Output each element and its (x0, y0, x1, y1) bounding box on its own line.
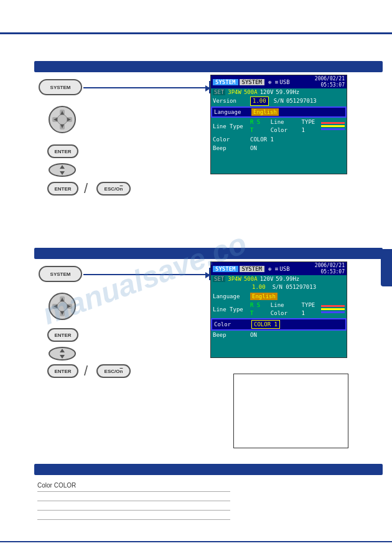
screen1-linetype-value: R S T (250, 118, 264, 134)
screen2-version-value: 1.00 (250, 283, 268, 291)
screen2-linetype-value: R S T (250, 301, 264, 317)
screen1-set-value: 3P4W (228, 89, 241, 95)
screen2-set-freq: 59.99Hz (276, 276, 299, 282)
screen1-usb-label: USB (279, 79, 289, 85)
nav-small-panel1[interactable] (49, 163, 76, 177)
screen1-tab-system: SYSTEM (213, 79, 238, 85)
screen1-set-label: SET (213, 89, 225, 95)
enter-button1-panel2[interactable]: ENTER (47, 328, 78, 342)
nav-cross-panel2[interactable] (49, 293, 76, 320)
screen2-linecolor-label: Line Color (271, 301, 299, 317)
screen-panel2: SYSTEM SYSTEM ⊕ ≡ USB 2006/02/2105:53:07… (210, 262, 347, 358)
screen1-set-row: SET 3P4W 500A 120V 59.99Hz (211, 88, 347, 96)
bottom-line3 (37, 501, 230, 511)
screen2-usb-label: USB (279, 266, 289, 272)
screen2-topbar: SYSTEM SYSTEM ⊕ ≡ USB 2006/02/2105:53:07 (211, 262, 347, 275)
screen2-tab-system2: SYSTEM (240, 266, 265, 272)
enter-button1-panel1[interactable]: ENTER (47, 144, 78, 158)
esc-label-panel2: ESC/On (105, 369, 123, 374)
screen1-beep-label: Beep (213, 144, 250, 153)
panel1-header (34, 61, 383, 72)
screen1-beep-value: ON (250, 144, 257, 153)
bottom-line5 (37, 520, 230, 529)
screen1-color-value: COLOR 1 (250, 136, 274, 144)
screen1-linecolor-label: Line Color (271, 118, 299, 134)
screen2-version-row: 1.00 S/N 051297013 (211, 283, 347, 292)
screen2-linetype-label: Line Type (213, 306, 250, 314)
screen2-color-label: Color (214, 321, 251, 329)
arrowhead-panel2 (205, 272, 210, 278)
screen2-language-label: Language (213, 293, 250, 301)
screen2-beep-row: Beep ON (211, 331, 347, 340)
screen1-tab-system2: SYSTEM (240, 79, 265, 85)
screen2-language-value: English (250, 293, 278, 301)
svg-point-5 (57, 115, 67, 125)
screen1-sn-value: 051297013 (286, 97, 317, 105)
slash-divider-panel2: / (84, 363, 88, 379)
screen1-topbar: SYSTEM SYSTEM ⊕ ≡ USB 2006/02/2105:53:07 (211, 75, 347, 88)
screen1-linetype-row: Line Type R S T Line Color TYPE 1 (211, 118, 347, 134)
enter-button2-panel2[interactable]: ENTER (47, 364, 78, 378)
screen-panel1: SYSTEM SYSTEM ⊕ ≡ USB 2006/02/2105:53:07… (210, 75, 347, 174)
screen1-color-row: Color COLOR 1 (211, 135, 347, 144)
screen2-color-row: Color COLOR 1 (211, 318, 347, 331)
screen1-version-row: Version 1.00 S/N 051297013 (211, 96, 347, 106)
screen2-datetime: 2006/02/2105:53:07 (315, 263, 345, 275)
esc-label-panel1: ESC/On (105, 186, 123, 192)
screen2-beep-label: Beep (213, 331, 250, 339)
arrow-line-panel2 (83, 274, 210, 275)
screen1-color-stripes (321, 122, 345, 130)
esc-button-panel1[interactable]: ESC/On (96, 182, 131, 196)
bottom-line1: Color COLOR (37, 479, 230, 492)
screen1-version-value: 1.00 (250, 97, 269, 106)
screen2-set-row: SET 3P4W 500A 120V 59.99Hz (211, 275, 347, 283)
screen1-linetype-label: Line Type (213, 123, 250, 131)
screen1-set-amps: 500A (244, 89, 258, 95)
slash-divider-panel1: / (84, 181, 88, 197)
screen2-language-row: Language English (211, 292, 347, 301)
screen2-beep-value: ON (250, 331, 257, 339)
enter-button2-panel1[interactable]: ENTER (47, 182, 78, 196)
bottom-line4 (37, 511, 230, 520)
screen1-datetime: 2006/02/2105:53:07 (315, 76, 345, 88)
screen2-set-value: 3P4W (228, 276, 241, 282)
screen2-color-value: COLOR 1 (251, 320, 280, 329)
bottom-line2 (37, 492, 230, 501)
screen1-version-label: Version (213, 97, 250, 105)
arrow-line-panel1 (83, 87, 210, 88)
screen1-language-value: English (251, 108, 279, 116)
screen2-color-stripes (321, 305, 345, 313)
svg-point-18 (57, 301, 67, 311)
screen1-language-row: Language English (211, 106, 347, 118)
esc-button-panel2[interactable]: ESC/On (96, 364, 131, 378)
nav-small-panel2[interactable] (49, 347, 76, 360)
screen1-set-freq: 59.99Hz (276, 89, 299, 95)
bottom-text-area: Color COLOR (37, 479, 230, 529)
bottom-right-box (233, 374, 348, 448)
screen1-sn-label: S/N (274, 97, 284, 105)
system-button-panel1[interactable]: SYSTEM (39, 79, 82, 95)
screen2-set-amps: 500A (244, 276, 258, 282)
top-decorative-line (0, 32, 392, 34)
screen2-set-label: SET (213, 276, 225, 282)
screen1-beep-row: Beep ON (211, 144, 347, 153)
screen1-linecolor-value: TYPE 1 (302, 118, 319, 134)
screen2-set-voltage: 120V (260, 276, 274, 282)
screen2-tab-system: SYSTEM (213, 266, 238, 272)
system-button-panel2[interactable]: SYSTEM (39, 266, 82, 282)
screen1-set-voltage: 120V (260, 89, 274, 95)
panel2-header (34, 248, 383, 259)
bottom-line1-text: Color COLOR (37, 482, 76, 489)
screen1-signal-icon: ⊕ ≡ (268, 79, 278, 85)
screen1-color-label: Color (213, 136, 250, 144)
bottom-separator-line (0, 541, 392, 542)
screen2-linetype-row: Line Type R S T Line Color TYPE 1 (211, 301, 347, 318)
arrowhead-panel1 (205, 85, 210, 92)
screen2-signal-icon: ⊕ ≡ (268, 266, 278, 272)
screen2-sn-value: S/N 051297013 (273, 283, 316, 291)
panel3-header (34, 464, 383, 475)
screen1-language-label: Language (214, 108, 251, 116)
nav-cross-panel1[interactable] (49, 106, 76, 133)
screen2-linecolor-value: TYPE 1 (302, 301, 319, 317)
